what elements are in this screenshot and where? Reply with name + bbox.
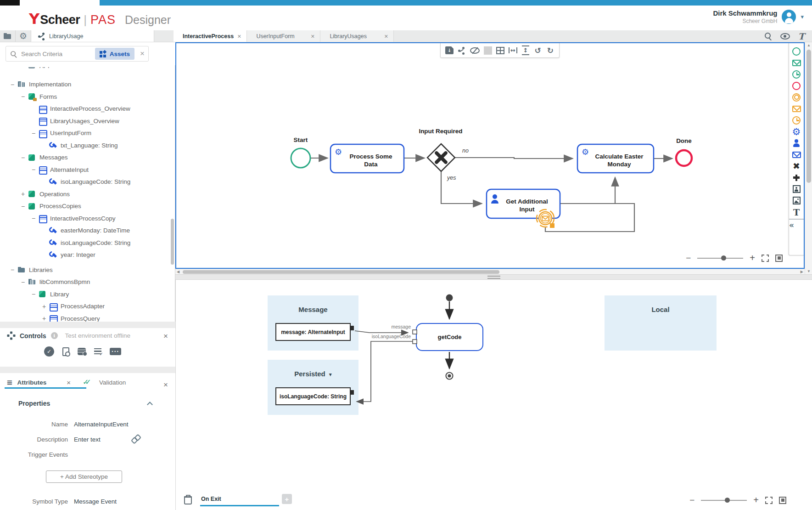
user-avatar-icon[interactable]: [782, 10, 796, 24]
search-input[interactable]: Search Criteria Assets ×: [6, 46, 149, 62]
zoom-slider[interactable]: [697, 258, 743, 259]
tree-item[interactable]: + Operations: [0, 188, 169, 200]
tree-toggle[interactable]: −: [7, 81, 17, 88]
bpmn-canvas[interactable]: Start ⚙ Process Some Data Input Required…: [175, 42, 805, 269]
tree-toggle[interactable]: −: [7, 266, 17, 273]
tree-toggle[interactable]: −: [28, 166, 39, 173]
tree-item[interactable]: − Library: [0, 288, 169, 300]
canvas-vertical-scrollbar[interactable]: ▲ ▼: [805, 42, 812, 274]
flow-no[interactable]: [455, 158, 573, 159]
zoom-slider-handle[interactable]: [721, 255, 726, 261]
visibility-icon[interactable]: [780, 33, 790, 40]
connector-iso-language-code[interactable]: [357, 341, 413, 402]
mapping-start-node[interactable]: [446, 295, 453, 301]
tree-item[interactable]: year: Integer: [0, 249, 169, 261]
tree-item[interactable]: − UserInputForm: [0, 127, 169, 140]
flow-yes[interactable]: [441, 171, 482, 204]
zoom-out-icon[interactable]: −: [689, 495, 694, 505]
vertical-spacing-icon[interactable]: ↕: [521, 45, 530, 55]
assets-filter-chip[interactable]: Assets: [95, 48, 134, 60]
tree-item[interactable]: easterMonday: DateTime: [0, 225, 169, 237]
tree-toggle[interactable]: −: [18, 278, 28, 286]
explorer-tab[interactable]: [0, 30, 16, 42]
canvas-horizontal-scrollbar[interactable]: ◀ ▶: [175, 269, 805, 274]
close-controls-icon[interactable]: ×: [163, 332, 168, 341]
tab-close-icon[interactable]: ×: [237, 33, 241, 40]
scroll-right-icon[interactable]: ▶: [801, 270, 803, 274]
tree-item[interactable]: API: [0, 67, 169, 72]
flow-boundary[interactable]: [545, 204, 634, 232]
user-menu[interactable]: Dirk Schwammkrug Scheer GmbH ▾: [713, 9, 804, 24]
fullscreen-icon[interactable]: [762, 255, 769, 262]
flow-input-to-calculate[interactable]: [560, 177, 615, 204]
zoom-slider[interactable]: [701, 500, 747, 501]
boundary-message-event[interactable]: [539, 212, 552, 225]
horizontal-spacing-icon[interactable]: ↔: [509, 47, 517, 54]
zoom-in-icon[interactable]: +: [750, 253, 755, 263]
scroll-up-icon[interactable]: ▲: [805, 43, 812, 47]
grid-icon[interactable]: [496, 47, 504, 54]
tree-toggle[interactable]: −: [28, 215, 39, 222]
connector-stub[interactable]: [350, 326, 354, 330]
tree-item[interactable]: − Forms: [0, 91, 169, 103]
tree-item[interactable]: txt_Language: String: [0, 139, 169, 152]
exclusive-gateway[interactable]: [427, 144, 455, 171]
tree-item[interactable]: − Implementation: [0, 79, 169, 91]
log-icon[interactable]: [94, 348, 101, 355]
add-mapping-tab-icon[interactable]: +: [282, 494, 292, 504]
tree-item[interactable]: − AlternateInput: [0, 164, 169, 176]
settings-tab[interactable]: [16, 30, 31, 42]
tree-toggle[interactable]: −: [28, 130, 39, 137]
tab-library-usages[interactable]: LibraryUsages ×: [320, 30, 394, 42]
add-stereotype-button[interactable]: + Add Stereotype: [46, 470, 122, 483]
tree-item[interactable]: + ProcessAdapter: [0, 300, 169, 313]
fit-to-screen-icon[interactable]: [779, 497, 786, 504]
task-calculate-easter-monday[interactable]: [577, 144, 654, 173]
tree-item[interactable]: − ProcessCopies: [0, 200, 169, 213]
tab-validation[interactable]: Validation: [99, 379, 126, 386]
zoom-in-icon[interactable]: +: [753, 495, 759, 505]
fullscreen-icon[interactable]: [765, 497, 773, 504]
redo-icon[interactable]: ↻: [546, 46, 554, 55]
clear-search-icon[interactable]: ×: [140, 49, 145, 58]
tree-toggle[interactable]: −: [18, 203, 28, 210]
task-get-additional-input[interactable]: [487, 189, 560, 218]
scroll-down-icon[interactable]: ▼: [805, 269, 812, 273]
start-event[interactable]: [291, 148, 310, 168]
hide-icon[interactable]: [470, 47, 480, 54]
user-menu-caret-icon[interactable]: ▾: [801, 13, 804, 20]
persisted-dropdown-icon[interactable]: ▾: [329, 371, 332, 378]
tree-toggle[interactable]: +: [39, 315, 49, 322]
fit-to-screen-icon[interactable]: [775, 255, 783, 262]
tab-user-input-form[interactable]: UserInputForm ×: [247, 30, 320, 42]
text-tool-icon[interactable]: T: [798, 31, 805, 41]
connector-message[interactable]: [355, 331, 408, 333]
tree-item[interactable]: − Libraries: [0, 264, 169, 276]
collapse-section-icon[interactable]: [147, 402, 153, 408]
tree-item[interactable]: isoLanguageCode: String: [0, 176, 169, 188]
tab-attributes[interactable]: Attributes: [17, 379, 46, 386]
persisted-variable-box[interactable]: isoLanguageCode: String: [275, 387, 351, 405]
task-process-some-data[interactable]: [330, 144, 404, 173]
close-attributes-icon[interactable]: ×: [67, 379, 71, 386]
zoom-slider-handle[interactable]: [725, 498, 730, 503]
undo-icon[interactable]: ↺: [534, 46, 542, 55]
tree-item[interactable]: + ProcessQuery: [0, 312, 169, 322]
tab-on-exit[interactable]: On Exit: [201, 496, 221, 502]
mapping-canvas[interactable]: Message Persisted▾ Local message: Altern…: [175, 280, 812, 510]
tab-close-icon[interactable]: ×: [311, 33, 314, 40]
zoom-out-icon[interactable]: −: [686, 253, 691, 263]
tree-item[interactable]: LibraryUsages_Overview: [0, 115, 169, 127]
tree-item[interactable]: − InteractiveProcessCopy: [0, 212, 169, 225]
getcode-operation-node[interactable]: getCode: [416, 323, 483, 351]
tree-toggle[interactable]: +: [39, 303, 49, 310]
panel-splitter[interactable]: [175, 274, 812, 280]
toolbar-separator[interactable]: [484, 46, 492, 55]
database-offline-icon[interactable]: [78, 348, 86, 355]
console-icon[interactable]: [110, 348, 121, 355]
analyze-icon[interactable]: [62, 347, 69, 356]
description-value[interactable]: Enter text: [74, 436, 101, 443]
mapping-end-node[interactable]: [446, 373, 453, 380]
scrollbar-thumb[interactable]: [806, 50, 811, 183]
tab-library-usage[interactable]: LibraryUsage: [31, 30, 154, 42]
